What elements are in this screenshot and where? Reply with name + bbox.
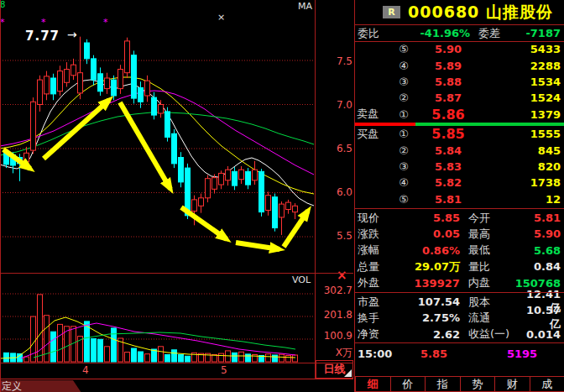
price-tick-6-5: 6.5 bbox=[316, 143, 352, 154]
info-row-price-open: 现价5.85 今开5.81 bbox=[355, 210, 564, 226]
margin-trading-badge: R bbox=[383, 6, 400, 18]
weibi-label: 委比 bbox=[355, 26, 393, 41]
ask-qty: 2288 bbox=[481, 60, 564, 72]
tab-index[interactable]: 指 bbox=[425, 376, 460, 392]
panel-tab-bar: 细 价 指 势 财 成 bbox=[355, 376, 564, 392]
close-pane-icon[interactable]: × bbox=[337, 269, 347, 281]
level-icon: ① bbox=[392, 128, 415, 140]
level-icon: ① bbox=[392, 108, 415, 121]
best-bid-price: 5.85 bbox=[415, 126, 481, 142]
level-icon: ④ bbox=[392, 176, 415, 189]
weibi-value: -41.96% bbox=[393, 27, 470, 39]
sell-side-label: 卖盘 bbox=[355, 107, 392, 122]
divider bbox=[355, 342, 564, 343]
divider bbox=[0, 273, 353, 274]
bid-qty: 845 bbox=[481, 144, 564, 157]
commission-ratio-row: 委比 -41.96% 委差 -7187 bbox=[355, 25, 564, 41]
level-icon: ⑤ bbox=[392, 193, 415, 206]
best-ask-price: 5.86 bbox=[415, 107, 481, 123]
ask-qty: 1534 bbox=[481, 76, 564, 88]
ask-row-2[interactable]: ② 5.87 1524 bbox=[355, 90, 564, 106]
period-label: 日线 bbox=[324, 363, 346, 375]
ask-row-5[interactable]: ⑤ 5.90 5433 bbox=[355, 41, 564, 57]
tab-custom-indicator[interactable]: 定义 bbox=[0, 380, 81, 392]
level-icon: ② bbox=[392, 144, 415, 157]
bid-price: 5.82 bbox=[415, 176, 481, 189]
title-bar: R 000680 山推股份 bbox=[355, 0, 564, 24]
price-tick-6-0: 6.0 bbox=[316, 186, 352, 198]
last-tick-row: 15:00 5.85 5195 bbox=[355, 344, 564, 363]
bid-qty: 820 bbox=[481, 160, 564, 173]
ask-row-1[interactable]: 卖盘 ① 5.86 1379 bbox=[355, 107, 564, 123]
ask-price: 5.88 bbox=[415, 76, 481, 88]
tick-time: 15:00 bbox=[355, 348, 405, 360]
ask-qty: 1379 bbox=[481, 108, 564, 121]
price-tick-7-5: 7.5 bbox=[316, 55, 352, 67]
ask-row-3[interactable]: ③ 5.88 1534 bbox=[355, 74, 564, 90]
bid-qty: 1738 bbox=[481, 176, 564, 189]
level-icon: ② bbox=[392, 91, 415, 104]
quote-panel: R 000680 山推股份 委比 -41.96% 委差 -7187 ⑤ 5.90… bbox=[354, 0, 564, 392]
bid-price: 5.83 bbox=[415, 160, 481, 173]
divider bbox=[315, 0, 316, 379]
vol-tick-302: 302.7 bbox=[316, 285, 352, 296]
volume-chart[interactable] bbox=[0, 274, 316, 363]
tick-volume: 5195 bbox=[488, 348, 556, 360]
price-tick-7-0: 7.0 bbox=[316, 99, 352, 111]
divider bbox=[0, 363, 353, 363]
info-row-pct-low: 涨幅0.86% 最低5.68 bbox=[355, 243, 564, 259]
tab-detail[interactable]: 细 bbox=[355, 376, 390, 392]
divider bbox=[355, 208, 564, 209]
vol-unit-label: X万 bbox=[316, 346, 352, 360]
ask-price: 5.87 bbox=[415, 91, 481, 104]
divider bbox=[355, 292, 564, 293]
info-row-nav-eps: 净资2.62 收益(一)0.014 bbox=[355, 327, 564, 342]
level-icon: ③ bbox=[392, 160, 415, 173]
corner-triangle-icon bbox=[344, 369, 352, 377]
bid-price: 5.81 bbox=[415, 193, 481, 206]
bid-row-4[interactable]: ④ 5.82 1738 bbox=[355, 175, 564, 191]
info-row-volume-ratio: 总量29.07万 量比0.84 bbox=[355, 259, 564, 274]
tab-trend[interactable]: 势 bbox=[460, 376, 495, 392]
vol-legend-label: VOL bbox=[292, 274, 311, 285]
ask-row-4[interactable]: ④ 5.89 2288 bbox=[355, 57, 564, 73]
tab-price[interactable]: 价 bbox=[390, 376, 426, 392]
bid-row-2[interactable]: ② 5.84 845 bbox=[355, 142, 564, 158]
weicha-value: -7187 bbox=[520, 27, 564, 39]
month-label-april: 4 bbox=[82, 364, 89, 376]
month-label-may: 5 bbox=[221, 364, 227, 376]
bid-row-3[interactable]: ③ 5.83 820 bbox=[355, 159, 564, 175]
ask-price: 5.89 bbox=[415, 60, 481, 72]
tick-price: 5.85 bbox=[405, 348, 463, 360]
bottom-strip: 定义 bbox=[0, 379, 353, 392]
bid-row-1[interactable]: 买盘 ① 5.85 1555 bbox=[355, 126, 564, 142]
chart-x-marker-icon: × bbox=[217, 12, 225, 23]
level-icon: ⑤ bbox=[392, 43, 415, 55]
ex-rights-star-icon: * bbox=[41, 17, 46, 28]
vol-tick-201: 201.8 bbox=[316, 309, 352, 321]
divider bbox=[0, 0, 1, 392]
stock-terminal-window: 8 * * * 7.77 → × MA VOL 7.5 7.0 6.5 6.0 … bbox=[0, 0, 564, 392]
peak-price-label: 7.77 bbox=[25, 29, 60, 44]
ask-price: 5.90 bbox=[415, 43, 481, 55]
level-icon: ④ bbox=[392, 60, 415, 72]
info-row-change-high: 涨跌0.05 最高5.90 bbox=[355, 226, 564, 242]
vol-tick-100: 100.9 bbox=[316, 330, 352, 342]
ask-qty: 5433 bbox=[481, 43, 564, 55]
ma-legend-label: MA bbox=[298, 1, 312, 12]
tab-deals[interactable]: 成 bbox=[530, 376, 564, 392]
level-icon: ③ bbox=[392, 76, 415, 88]
bid-qty: 1555 bbox=[481, 128, 564, 140]
bid-qty: 12 bbox=[481, 193, 564, 206]
info-row-turnover-float: 换手2.75% 流通10.57亿 bbox=[355, 310, 564, 326]
weicha-label: 委差 bbox=[470, 26, 520, 41]
ask-qty: 1524 bbox=[481, 91, 564, 104]
divider bbox=[355, 41, 564, 42]
ex-rights-star-icon: * bbox=[103, 17, 108, 28]
bid-row-5[interactable]: ⑤ 5.81 12 bbox=[355, 191, 564, 207]
buy-side-label: 买盘 bbox=[355, 127, 392, 142]
tab-finance[interactable]: 财 bbox=[494, 376, 530, 392]
sell-ratio-segment bbox=[355, 123, 415, 126]
price-tick-5-5: 5.5 bbox=[316, 230, 352, 242]
bid-price: 5.84 bbox=[415, 144, 481, 157]
